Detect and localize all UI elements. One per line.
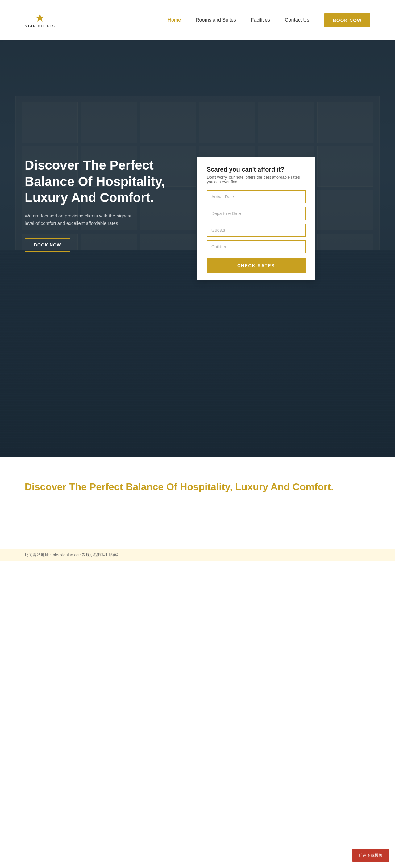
nav-contact[interactable]: Contact Us: [285, 17, 309, 23]
brand-name: STAR HOTELS: [25, 24, 55, 28]
below-hero-section: Discover The Perfect Balance Of Hospital…: [0, 457, 395, 549]
nav-rooms[interactable]: Rooms and Suites: [196, 17, 236, 23]
logo: ★ STAR HOTELS: [25, 12, 55, 28]
check-rates-button[interactable]: CHECK RATES: [207, 258, 305, 273]
nav-home[interactable]: Home: [168, 17, 181, 23]
hero-description: We are focused on providing clients with…: [25, 212, 142, 227]
nav-facilities[interactable]: Facilities: [251, 17, 270, 23]
hero-book-now-button[interactable]: BOOK NOW: [25, 238, 70, 252]
departure-date-input[interactable]: [207, 207, 305, 220]
hero-content: Discover The Perfect Balance Of Hospital…: [0, 40, 395, 280]
booking-card: Scared you can't afford it? Don't worry,…: [198, 157, 315, 280]
navbar-book-now-button[interactable]: BOOK NOW: [324, 13, 370, 27]
guests-input[interactable]: [207, 224, 305, 237]
hero-section: Discover The Perfect Balance Of Hospital…: [0, 40, 395, 457]
hero-title: Discover The Perfect Balance Of Hospital…: [25, 157, 185, 206]
navbar: ★ STAR HOTELS Home Rooms and Suites Faci…: [0, 0, 395, 40]
arrival-date-input[interactable]: [207, 190, 305, 203]
children-input[interactable]: [207, 240, 305, 253]
section-title: Discover The Perfect Balance Of Hospital…: [25, 481, 370, 493]
nav-links: Home Rooms and Suites Facilities Contact…: [168, 13, 370, 27]
booking-card-title: Scared you can't afford it?: [207, 166, 305, 173]
booking-card-subtitle: Don't worry, our hotel offers the best a…: [207, 175, 305, 184]
watermark-text: 访问网站地址：bbs.xienlao.com发现小程序应用内容: [25, 553, 118, 557]
star-icon: ★: [35, 12, 45, 24]
hero-text-block: Discover The Perfect Balance Of Hospital…: [25, 157, 185, 252]
watermark-bar: 访问网站地址：bbs.xienlao.com发现小程序应用内容: [0, 549, 395, 561]
